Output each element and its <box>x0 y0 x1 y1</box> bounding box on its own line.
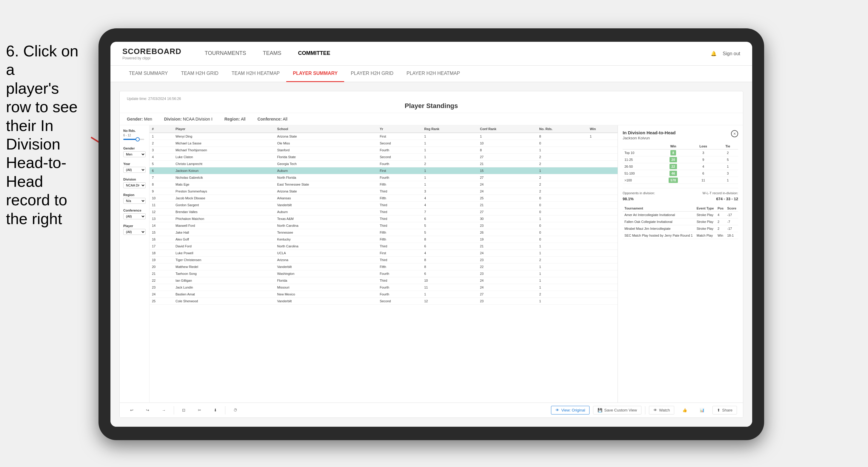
table-row[interactable]: 13 Phichakon Maichon Texas A&M Third 6 3… <box>150 215 618 222</box>
table-row[interactable]: 5 Christo Lamprecht Georgia Tech Fourth … <box>150 160 618 167</box>
table-row[interactable]: 4 Luke Claton Florida State Second 1 27 … <box>150 154 618 160</box>
cell-rank: 25 <box>150 298 173 305</box>
t-col-tournament: Tournament <box>623 205 695 212</box>
players-table: # Player School Yr Reg Rank Conf Rank No… <box>150 125 618 305</box>
tab-player-h2h-heatmap[interactable]: PLAYER H2H HEATMAP <box>400 66 467 82</box>
tab-team-h2h-grid[interactable]: TEAM H2H GRID <box>174 66 225 82</box>
share-button[interactable]: ⬆ Share <box>712 406 737 414</box>
cell-win <box>587 195 618 202</box>
tab-team-summary[interactable]: TEAM SUMMARY <box>122 66 174 82</box>
table-row[interactable]: 23 Jack Lundin Missouri Fourth 11 24 1 <box>150 284 618 291</box>
h2h-cell-tie: 2 <box>717 150 738 156</box>
gender-select[interactable]: Men <box>123 151 146 157</box>
t-cell-pos: 2 <box>716 218 725 225</box>
nav-teams[interactable]: TEAMS <box>254 42 289 66</box>
undo-button[interactable]: ↩ <box>126 406 138 414</box>
table-row[interactable]: 14 Maxwell Ford North Carolina Third 5 2… <box>150 222 618 229</box>
cell-player: Matthew Riedel <box>173 263 275 270</box>
h2h-cell-win: 20 <box>657 156 689 163</box>
division-select[interactable]: NCAA Division I <box>123 182 146 188</box>
table-row[interactable]: 1 Wenyi Ding Arizona State First 1 1 8 1 <box>150 133 618 140</box>
cell-school: Florida <box>275 277 378 284</box>
gender-label: Gender: Men <box>127 117 152 121</box>
table-row[interactable]: 16 Alex Goff Kentucky Fifth 8 19 0 <box>150 236 618 243</box>
cell-reg: 2 <box>422 160 477 167</box>
t-col-score: Score <box>725 205 738 212</box>
table-row[interactable]: 24 Bastien Amat New Mexico Fourth 1 27 2 <box>150 291 618 298</box>
cell-school: Washington <box>275 270 378 277</box>
cell-win <box>587 298 618 305</box>
table-row[interactable]: 22 Ian Gilligan Florida Third 10 24 1 <box>150 277 618 284</box>
cell-reg: 1 <box>422 181 477 188</box>
tab-player-h2h-grid[interactable]: PLAYER H2H GRID <box>344 66 400 82</box>
save-icon: 💾 <box>597 408 602 412</box>
player-filter: Player (All) <box>123 224 146 235</box>
cell-win <box>587 215 618 222</box>
card-title: Player Standings <box>127 102 736 110</box>
table-row[interactable]: 20 Matthew Riedel Vanderbilt Fifth 8 22 … <box>150 263 618 270</box>
forward-button[interactable]: → <box>157 406 170 414</box>
t-cell-pos: 2 <box>716 225 725 232</box>
cell-rank: 11 <box>150 202 173 209</box>
download-button[interactable]: ⬇ <box>209 406 221 414</box>
table-row[interactable]: 18 Luke Powell UCLA First 4 24 1 <box>150 250 618 257</box>
h2h-close-button[interactable]: × <box>731 130 738 137</box>
region-select[interactable]: N/a <box>123 198 146 204</box>
watch-button[interactable]: 👁 Watch <box>649 406 674 414</box>
cell-conf: 21 <box>477 202 537 209</box>
table-row[interactable]: 12 Brendan Valles Auburn Third 7 27 0 <box>150 209 618 215</box>
cell-conf: 24 <box>477 250 537 257</box>
year-select[interactable]: (All) <box>123 167 146 173</box>
cell-reg: 1 <box>422 133 477 140</box>
redo-button[interactable]: ↪ <box>142 406 154 414</box>
table-row[interactable]: 7 Nicholas Gabrelcik North Florida Fourt… <box>150 174 618 181</box>
table-row[interactable]: 11 Gordon Sargent Vanderbilt Third 4 21 … <box>150 202 618 209</box>
cell-rds: 0 <box>537 209 588 215</box>
chart-button[interactable]: 📊 <box>695 406 709 414</box>
conference-select[interactable]: (All) <box>123 213 146 219</box>
cell-school: Vanderbilt <box>275 263 378 270</box>
thumbs-up-button[interactable]: 👍 <box>678 406 691 414</box>
cell-rank: 1 <box>150 133 173 140</box>
division-label: Division: NCAA Division I <box>164 117 213 121</box>
h2h-cell-loss: 4 <box>689 163 718 170</box>
tournament-row: Mirabel Maui Jim Intercollegiate Stroke … <box>623 225 738 232</box>
table-row[interactable]: 9 Preston Summerhays Arizona State Third… <box>150 188 618 195</box>
conference-label: Conference: All <box>257 117 287 121</box>
table-row[interactable]: 17 David Ford North Carolina Third 6 21 … <box>150 243 618 250</box>
scissors-button[interactable]: ✂ <box>193 406 206 414</box>
cell-rds: 1 <box>537 250 588 257</box>
table-row[interactable]: 19 Tiger Christensen Arizona Third 8 23 … <box>150 257 618 263</box>
table-row[interactable]: 6 Jackson Koivun Auburn First 1 15 1 <box>150 167 618 174</box>
nav-committee[interactable]: COMMITTEE <box>290 42 339 66</box>
tab-player-summary[interactable]: PLAYER SUMMARY <box>286 66 344 82</box>
nav-tournaments[interactable]: TOURNAMENTS <box>196 42 255 66</box>
h2h-header: In Division Head-to-Head Jackson Koivun … <box>623 130 738 140</box>
t-cell-type: Stroke Play <box>695 218 716 225</box>
player-select[interactable]: (All) <box>123 229 146 235</box>
cell-rds: 1 <box>537 147 588 154</box>
h2h-cell-loss: 6 <box>689 170 718 177</box>
cell-player: Ian Gilligan <box>173 277 275 284</box>
table-row[interactable]: 21 Taehoon Song Washington Fourth 6 23 1 <box>150 270 618 277</box>
table-row[interactable]: 3 Michael Thorbjornsen Stanford Fourth 1… <box>150 147 618 154</box>
sign-out-link[interactable]: Sign out <box>723 51 740 56</box>
save-custom-button[interactable]: 💾 Save Custom View <box>593 406 642 414</box>
cell-yr: Third <box>377 202 422 209</box>
cell-win <box>587 257 618 263</box>
table-row[interactable]: 8 Mats Ege East Tennessee State Fifth 1 … <box>150 181 618 188</box>
cell-rds: 1 <box>537 243 588 250</box>
no-rds-slider[interactable] <box>123 139 144 140</box>
gender-filter: Gender Men <box>123 147 146 157</box>
table-row[interactable]: 15 Jake Hall Tennessee Fifth 5 26 0 <box>150 229 618 236</box>
cell-yr: Third <box>377 257 422 263</box>
table-row[interactable]: 2 Michael La Sasse Ole Miss Second 1 10 … <box>150 140 618 147</box>
table-row[interactable]: 25 Cole Sherwood Vanderbilt Second 12 23… <box>150 298 618 305</box>
table-row[interactable]: 10 Jacob Mock Dboase Arkansas Fifth 4 25… <box>150 195 618 202</box>
cell-rank: 3 <box>150 147 173 154</box>
tab-team-h2h-heatmap[interactable]: TEAM H2H HEATMAP <box>225 66 286 82</box>
view-original-button[interactable]: 👁 View: Original <box>551 406 590 414</box>
cell-win <box>587 229 618 236</box>
timer-button[interactable]: ⏱ <box>229 406 242 414</box>
capture-button[interactable]: ⊡ <box>178 406 190 414</box>
